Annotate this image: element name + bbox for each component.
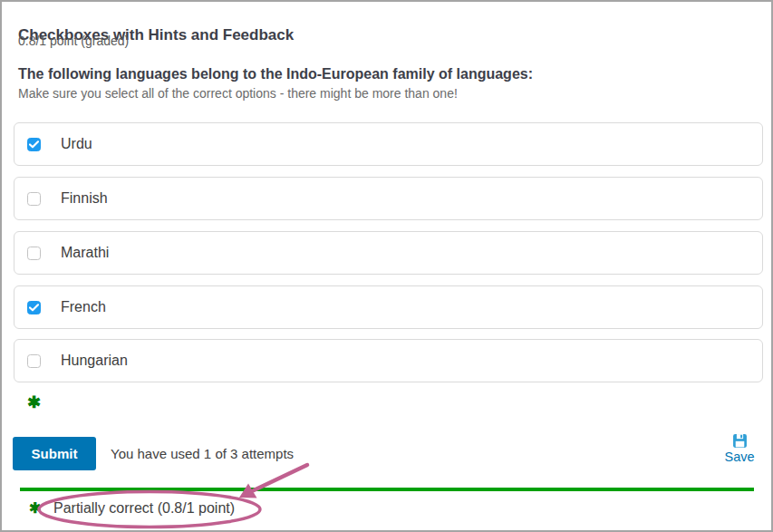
checkbox-urdu[interactable] [27, 138, 41, 151]
choice-row-french[interactable]: French [14, 285, 763, 329]
checkbox-finnish[interactable] [27, 192, 41, 206]
save-icon [732, 433, 748, 449]
problem-score: 0.8/1 point (graded) [18, 34, 129, 48]
save-button[interactable]: Save [720, 433, 759, 464]
choice-row-hungarian[interactable]: Hungarian [14, 339, 763, 382]
choice-label: Urdu [61, 136, 92, 152]
checkbox-marathi[interactable] [27, 247, 41, 260]
checkbox-hungarian[interactable] [27, 354, 41, 368]
checkmark-icon [29, 304, 39, 312]
problem-page: Checkboxes with Hints and Feedback 0.8/1… [0, 0, 773, 532]
submit-button[interactable]: Submit [13, 437, 96, 470]
checkmark-icon [29, 140, 39, 149]
choice-row-urdu[interactable]: Urdu [14, 122, 763, 166]
question-hint: Make sure you select all of the correct … [18, 86, 458, 101]
asterisk-icon: ✱ [29, 499, 41, 517]
feedback-status: Partially correct (0.8/1 point) [53, 500, 235, 517]
choice-label: French [61, 299, 106, 315]
attempts-status: You have used 1 of 3 attempts [111, 437, 294, 470]
choice-row-marathi[interactable]: Marathi [14, 231, 763, 275]
asterisk-icon: ✱ [27, 392, 41, 412]
question-text: The following languages belong to the In… [18, 66, 533, 82]
checkbox-french[interactable] [27, 301, 41, 314]
save-label: Save [724, 450, 754, 464]
choice-label: Finnish [61, 190, 108, 207]
choice-label: Marathi [61, 245, 109, 261]
choice-row-finnish[interactable]: Finnish [14, 177, 763, 220]
choice-label: Hungarian [61, 353, 128, 369]
feedback-divider [20, 488, 754, 491]
